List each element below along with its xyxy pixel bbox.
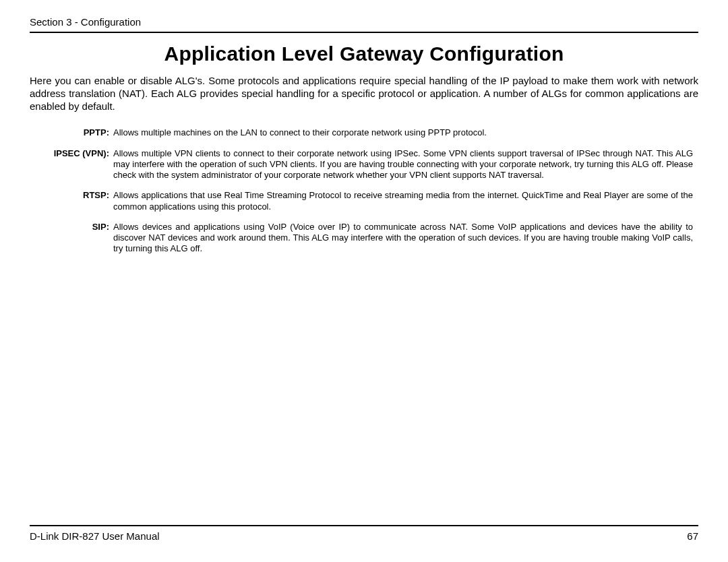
page-title: Application Level Gateway Configuration [30,42,698,65]
page-footer: D-Link DIR-827 User Manual 67 [30,525,698,542]
page-header: Section 3 - Configuration [30,16,698,33]
definition-body-ipsec: Allows multiple VPN clients to connect t… [113,148,693,181]
definitions-list: PPTP: Allows multiple machines on the LA… [30,127,698,254]
definition-row: RTSP: Allows applications that use Real … [50,190,693,212]
definition-body-rtsp: Allows applications that use Real Time S… [113,190,693,212]
definition-label-ipsec: IPSEC (VPN): [50,148,113,181]
definition-row: SIP: Allows devices and applications usi… [50,222,693,255]
footer-page-number: 67 [687,530,698,542]
definition-body-pptp: Allows multiple machines on the LAN to c… [113,127,693,138]
section-label: Section 3 - Configuration [30,16,698,28]
definition-label-rtsp: RTSP: [50,190,113,212]
definition-body-sip: Allows devices and applications using Vo… [113,222,693,255]
definition-row: PPTP: Allows multiple machines on the LA… [50,127,693,138]
intro-paragraph: Here you can enable or disable ALG's. So… [30,75,698,113]
definition-label-pptp: PPTP: [50,127,113,138]
definition-row: IPSEC (VPN): Allows multiple VPN clients… [50,148,693,181]
definition-label-sip: SIP: [50,222,113,255]
footer-manual-label: D-Link DIR-827 User Manual [30,530,160,542]
